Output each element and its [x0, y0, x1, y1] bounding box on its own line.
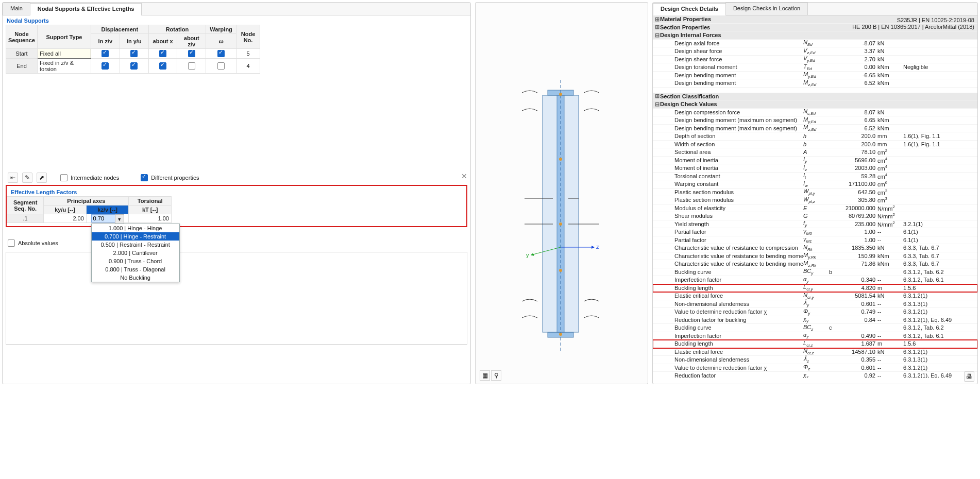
chevron-down-icon[interactable]: ▼ — [115, 214, 124, 225]
tree-sym: Vy,Ed — [803, 55, 829, 63]
tree-unit: -- — [877, 229, 903, 235]
expand-icon[interactable]: ⊟ — [654, 32, 660, 39]
tree-unit: cm4 — [877, 157, 903, 164]
vp-tool-1-icon[interactable]: ▦ — [480, 370, 490, 381]
tree-header[interactable]: ⊞Section Classification — [653, 93, 977, 101]
tree-unit: kN — [877, 293, 903, 299]
tree-sym: BCy — [803, 268, 829, 276]
hdr-support-type: Support Type — [37, 25, 91, 49]
tree-desc: Design Check Values — [660, 101, 803, 107]
tree-ref: 1.6(1), Fig. 1.1 — [903, 141, 975, 147]
tree-row: Modulus of elasticityE210000.000N/mm2 — [653, 204, 977, 213]
tree-ref: 6.3.1.2(1) — [903, 365, 975, 371]
select-icon[interactable]: ⬈ — [37, 173, 47, 183]
cell-kz[interactable]: ▼ 1.000 | Hinge - Hinge0.700 | Hinge - R… — [86, 214, 129, 223]
tab-design-details[interactable]: Design Check Details — [653, 3, 726, 15]
tree-unit: cm4 — [877, 173, 903, 180]
tree-desc: Moment of inertia — [674, 157, 803, 163]
tree-unit: N/mm2 — [877, 212, 903, 219]
tree-row: Design bending moment (maximum on segmen… — [653, 116, 977, 125]
tree-unit: -- — [877, 237, 903, 243]
tree-unit: kN — [877, 48, 903, 54]
tree-sym: h — [803, 133, 829, 139]
tree-sym: b — [803, 141, 829, 147]
tree-row: Warping constantIw171100.00cm6 — [653, 180, 977, 189]
checkbox-icon[interactable] — [188, 62, 195, 70]
kz-option[interactable]: 2.000 | Cantilever — [92, 249, 179, 257]
kz-option[interactable]: 0.800 | Truss - Diagonal — [92, 265, 179, 273]
tree-row: Shear modulusG80769.200N/mm2 — [653, 212, 977, 220]
nodal-supports-grid: Node Sequence Support Type Displacement … — [6, 25, 260, 74]
tree-row: Yield strengthfy235.000N/mm23.2.1(1) — [653, 220, 977, 229]
tree-ref: 1.5.6 — [903, 340, 975, 347]
tree-unit: cm6 — [877, 180, 903, 187]
tree-row: Non-dimensional slendernessλ̄y0.601--6.3… — [653, 300, 977, 309]
tree-sym: NEd — [803, 39, 829, 47]
tree-sym: TEd — [803, 63, 829, 71]
tab-main[interactable]: Main — [3, 3, 30, 15]
expand-icon[interactable]: ⊞ — [654, 24, 660, 30]
add-icon[interactable]: ✎ — [22, 173, 32, 183]
tab-design-location[interactable]: Design Checks in Location — [725, 3, 808, 15]
tree-header[interactable]: ⊟Design Internal Forces — [653, 31, 977, 40]
tree-sym: γM0 — [803, 228, 829, 236]
tree-row: Depth of sectionh200.0mm1.6(1), Fig. 1.1 — [653, 132, 977, 141]
vp-tool-2-icon[interactable]: ⚲ — [491, 370, 501, 381]
viewport-3d[interactable]: yz ▦ ⚲ — [475, 2, 648, 384]
checkbox-icon[interactable] — [130, 62, 138, 70]
move-left-icon[interactable]: ⇤ — [8, 173, 18, 183]
kz-dropdown[interactable]: ▼ 1.000 | Hinge - Hinge0.700 | Hinge - R… — [91, 214, 124, 223]
design-tree[interactable]: ⊞Material Properties⊞Section Properties⊟… — [653, 15, 977, 378]
kz-option[interactable]: No Buckling — [92, 273, 179, 282]
expand-icon[interactable]: ⊞ — [654, 16, 660, 23]
chk-different-props[interactable]: Different properties — [141, 174, 199, 181]
tree-desc: Width of section — [674, 141, 803, 147]
kz-option[interactable]: 0.500 | Restraint - Restraint — [92, 241, 179, 249]
expand-icon[interactable]: ⊞ — [654, 93, 660, 99]
tree-ref: 6.3.3, Tab. 6.7 — [903, 245, 975, 251]
checkbox-icon[interactable] — [130, 50, 138, 57]
kz-option[interactable]: 0.900 | Truss - Chord — [92, 257, 179, 265]
tree-sym: Φz — [803, 364, 829, 371]
tab-nodal[interactable]: Nodal Supports & Effective Lengths — [30, 3, 142, 15]
tree-row: Reduction factorχz0.92--6.3.1.2(1), Eq. … — [653, 372, 977, 378]
cell-ky[interactable]: 2.00 — [44, 214, 87, 223]
blank-panel — [6, 252, 467, 345]
tree-unit: mm — [877, 141, 903, 147]
tree-header[interactable]: ⊟Design Check Values — [653, 100, 977, 109]
hdr-ky: ky/u [--] — [44, 206, 87, 214]
chk-absolute[interactable]: Absolute values — [8, 239, 58, 247]
ns-row[interactable]: EndFixed in z/v & torsion4 — [6, 59, 260, 74]
tree-row: Design bending momentMy,Ed-6.65kNm — [653, 72, 977, 80]
expand-icon[interactable]: ⊟ — [654, 101, 660, 108]
tree-unit: -- — [877, 365, 903, 371]
checkbox-icon[interactable] — [217, 62, 225, 70]
tree-ref: 6.3.1.2, Tab. 6.1 — [903, 333, 975, 339]
checkbox-icon[interactable] — [217, 50, 225, 57]
checkbox-icon[interactable] — [188, 50, 195, 57]
chk-intermediate[interactable]: Intermediate nodes — [60, 174, 119, 181]
export-icon[interactable]: 🖶 — [964, 371, 974, 382]
tree-ref: 6.3.1.3(1) — [903, 356, 975, 363]
kz-option[interactable]: 0.700 | Hinge - Restraint — [92, 232, 179, 241]
panel-effective-length: Effective Length Factors Segment Seq. No… — [6, 185, 467, 227]
tree-sym: λ̄y — [803, 300, 829, 307]
tree-desc: Section Classification — [660, 93, 803, 99]
ns-row[interactable]: StartFixed all5 — [6, 49, 260, 59]
tree-unit: kN — [877, 245, 903, 251]
tree-unit: -- — [877, 372, 903, 378]
cell-kt[interactable]: 1.00 — [129, 214, 172, 223]
tree-row: Buckling curveBCzc6.3.1.2, Tab. 6.2 — [653, 324, 977, 332]
checkbox-icon[interactable] — [159, 50, 166, 57]
kz-dropdown-list[interactable]: 1.000 | Hinge - Hinge0.700 | Hinge - Res… — [91, 224, 180, 282]
svg-point-9 — [559, 333, 562, 336]
close-icon[interactable]: ✕ — [461, 172, 467, 180]
checkbox-icon[interactable] — [102, 62, 109, 70]
svg-point-6 — [559, 158, 562, 161]
tree-sym: Mz,Rk — [803, 260, 829, 268]
checkbox-icon[interactable] — [102, 50, 109, 57]
tree-desc: Section Properties — [660, 24, 803, 30]
tree-row: Design bending momentMz,Ed6.52kNm — [653, 79, 977, 88]
kz-option[interactable]: 1.000 | Hinge - Hinge — [92, 224, 179, 232]
checkbox-icon[interactable] — [159, 62, 166, 70]
